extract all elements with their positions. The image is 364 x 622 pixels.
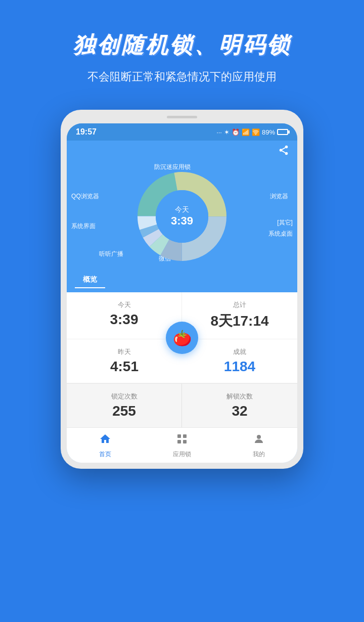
nav-home[interactable]: 首页 bbox=[67, 428, 144, 463]
svg-line-4 bbox=[282, 148, 285, 150]
nav-mine[interactable]: 我的 bbox=[220, 428, 297, 463]
share-icon[interactable] bbox=[278, 145, 289, 159]
header-section: 独创随机锁、明码锁 不会阻断正常和紧急情况下的应用使用 bbox=[0, 0, 364, 100]
nav-apps[interactable]: 应用锁 bbox=[144, 428, 220, 463]
chart-label-tingting: 听听广播 bbox=[99, 250, 123, 258]
today-value: 3:39 bbox=[110, 312, 138, 327]
apps-icon bbox=[176, 433, 188, 448]
main-title: 独创随机锁、明码锁 bbox=[20, 30, 344, 60]
bluetooth-icon: ✶ bbox=[224, 128, 230, 136]
mine-icon bbox=[253, 433, 265, 448]
phone-inner: 19:57 ··· ✶ ⏰ 📶 🛜 89% bbox=[67, 123, 297, 463]
svg-point-1 bbox=[280, 149, 283, 152]
total-label: 总计 bbox=[192, 300, 287, 309]
unlock-count-label: 解锁次数 bbox=[192, 392, 287, 401]
stats-grid: 今天 3:39 总计 8天17:14 🍅 昨天 4:51 成就 1184 bbox=[67, 292, 297, 383]
chart-label-liulanqi: 浏览器 bbox=[270, 192, 288, 201]
battery-percent: 89% bbox=[262, 128, 275, 136]
svg-point-2 bbox=[285, 152, 288, 155]
svg-rect-16 bbox=[177, 440, 181, 443]
achievement-label: 成就 bbox=[192, 347, 287, 357]
lock-count-label: 锁定次数 bbox=[77, 392, 171, 401]
bottom-nav: 首页 应用锁 bbox=[67, 427, 297, 463]
share-row bbox=[67, 141, 297, 161]
battery-icon bbox=[277, 129, 288, 135]
phone-speaker bbox=[167, 116, 197, 118]
mine-label: 我的 bbox=[253, 450, 265, 459]
status-icons: ··· ✶ ⏰ 📶 🛜 89% bbox=[216, 128, 288, 136]
yesterday-value: 4:51 bbox=[110, 359, 139, 374]
total-stat: 总计 8天17:14 bbox=[182, 292, 297, 339]
phone-mockup: 19:57 ··· ✶ ⏰ 📶 🛜 89% bbox=[61, 110, 303, 469]
status-bar: 19:57 ··· ✶ ⏰ 📶 🛜 89% bbox=[67, 123, 297, 141]
donut-label: 今天 bbox=[171, 205, 193, 214]
apps-label: 应用锁 bbox=[173, 450, 191, 459]
alarm-icon: ⏰ bbox=[232, 128, 240, 136]
chart-label-qq: QQ浏览器 bbox=[71, 192, 99, 201]
donut-center: 今天 3:39 bbox=[171, 205, 193, 228]
wifi-icon: 🛜 bbox=[252, 128, 260, 136]
home-label: 首页 bbox=[99, 450, 111, 459]
chart-label-xitong: 系统界面 bbox=[71, 222, 96, 231]
achievement-value: 1184 bbox=[224, 359, 255, 374]
tomato-icon: 🍅 bbox=[173, 329, 192, 347]
lock-stats: 锁定次数 255 解锁次数 32 bbox=[67, 383, 297, 427]
today-stat: 今天 3:39 bbox=[67, 292, 182, 339]
svg-point-18 bbox=[257, 435, 261, 439]
total-value: 8天17:14 bbox=[210, 313, 268, 329]
overview-tab[interactable]: 概览 bbox=[75, 272, 105, 288]
lock-count-cell: 锁定次数 255 bbox=[67, 384, 182, 427]
svg-line-3 bbox=[282, 151, 285, 153]
lock-count-value: 255 bbox=[112, 403, 136, 419]
stats-section: 今天 3:39 总计 8天17:14 🍅 昨天 4:51 成就 1184 bbox=[67, 292, 297, 463]
donut-time: 3:39 bbox=[171, 214, 193, 228]
achievement-stat: 成就 1184 bbox=[182, 339, 297, 383]
unlock-count-value: 32 bbox=[232, 403, 247, 419]
tab-bar: 概览 bbox=[67, 272, 297, 292]
svg-rect-15 bbox=[183, 434, 187, 438]
signal-icon: 📶 bbox=[242, 128, 250, 136]
chart-label-qita: [其它] bbox=[277, 218, 293, 227]
yesterday-stat: 昨天 4:51 bbox=[67, 339, 182, 383]
svg-rect-14 bbox=[177, 434, 181, 438]
status-time: 19:57 bbox=[76, 127, 97, 137]
svg-point-0 bbox=[285, 146, 288, 149]
sub-title: 不会阻断正常和紧急情况下的应用使用 bbox=[20, 69, 344, 84]
home-icon bbox=[99, 433, 111, 448]
donut-chart: 今天 3:39 bbox=[131, 166, 233, 267]
unlock-count-cell: 解锁次数 32 bbox=[182, 384, 297, 427]
chart-wrapper: 防沉迷应用锁 QQ浏览器 浏览器 系统界面 [其它] 系统桌面 听听广播 微信 bbox=[67, 161, 297, 272]
yesterday-label: 昨天 bbox=[77, 347, 172, 357]
dots-icon: ··· bbox=[216, 128, 222, 136]
chart-label-zhuomian: 系统桌面 bbox=[268, 230, 293, 238]
svg-rect-17 bbox=[183, 440, 187, 443]
today-label: 今天 bbox=[77, 300, 171, 309]
tomato-button[interactable]: 🍅 bbox=[166, 322, 198, 354]
